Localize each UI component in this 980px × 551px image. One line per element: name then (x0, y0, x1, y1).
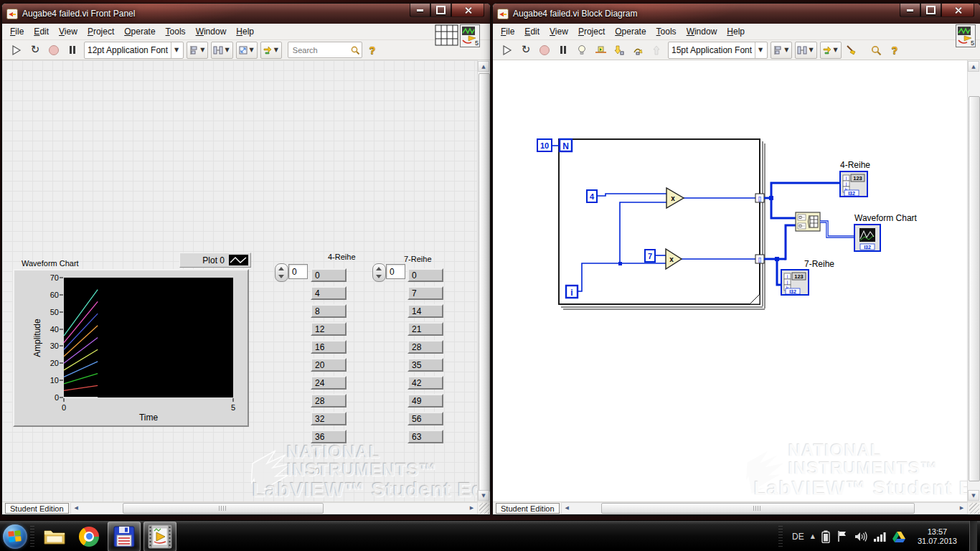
distribute-objects-dropdown[interactable]: ▼ (795, 42, 816, 59)
scroll-left-icon[interactable]: ◀ (562, 503, 573, 512)
font-selector[interactable]: 12pt Application Font ▼ (84, 42, 184, 59)
taskbar-floppy-app-button[interactable] (108, 522, 141, 551)
menu-edit[interactable]: Edit (519, 25, 545, 38)
align-objects-dropdown[interactable]: ▼ (771, 42, 792, 59)
resize-grip[interactable] (969, 503, 979, 514)
taskbar-clock[interactable]: 13:57 31.07.2013 (912, 527, 963, 546)
loop-n-terminal[interactable]: N (560, 139, 572, 151)
horizontal-scrollbar-thumb[interactable] (601, 503, 915, 514)
scroll-up-icon[interactable]: ▲ (478, 61, 489, 72)
menu-tools[interactable]: Tools (161, 25, 191, 38)
abort-button[interactable] (536, 42, 553, 58)
for-loop-structure[interactable] (559, 139, 765, 309)
menu-project[interactable]: Project (83, 25, 119, 38)
menu-window[interactable]: Window (682, 25, 722, 38)
menu-file[interactable]: File (496, 25, 519, 38)
taskbar-chrome-button[interactable] (73, 522, 105, 551)
scroll-up-icon[interactable]: ▲ (968, 61, 979, 72)
minimize-button[interactable] (900, 4, 920, 17)
language-indicator[interactable]: DE (792, 532, 804, 542)
pause-button[interactable] (64, 42, 81, 58)
vertical-scrollbar[interactable]: ▲ ▼ (477, 60, 490, 501)
menu-edit[interactable]: Edit (29, 25, 54, 38)
front-panel-titlebar[interactable]: Augabe4 failed.vi Front Panel (2, 4, 490, 24)
reorder-dropdown[interactable]: ▼ (260, 42, 282, 59)
vertical-scrollbar-thumb[interactable] (479, 73, 490, 492)
indicator-4reihe[interactable]: i j k 123 I32 (840, 171, 867, 197)
menu-operate[interactable]: Operate (119, 25, 160, 38)
maximize-button[interactable] (920, 4, 941, 17)
waveform-chart[interactable]: 0 10 20 30 40 50 60 70 0 5 Amplitude Ti (13, 269, 249, 427)
scroll-left-icon[interactable]: ◀ (71, 503, 82, 512)
vertical-scrollbar[interactable]: ▲ ▼ (967, 60, 980, 501)
horizontal-scrollbar-thumb[interactable] (123, 503, 324, 514)
scroll-down-icon[interactable]: ▼ (478, 490, 489, 501)
build-array-node[interactable] (796, 212, 820, 231)
maximize-button[interactable] (430, 4, 451, 17)
run-button[interactable] (499, 42, 516, 58)
block-diagram-titlebar[interactable]: Augabe4 failed.vi Block Diagram (493, 4, 980, 24)
run-continuously-button[interactable]: ↻ (27, 42, 44, 58)
loop-count-constant[interactable]: 10 (537, 139, 552, 151)
close-button[interactable] (451, 4, 484, 17)
loop-resize-corner[interactable] (750, 294, 760, 304)
battery-icon[interactable] (821, 530, 830, 543)
array-7reihe-index-field[interactable]: 0 (386, 264, 405, 279)
action-center-flag-icon[interactable] (837, 530, 848, 542)
reorder-dropdown[interactable]: ▼ (820, 42, 842, 59)
search-input[interactable] (291, 45, 350, 55)
menu-tools[interactable]: Tools (651, 25, 682, 38)
multiply-node-top[interactable]: x (666, 188, 684, 208)
menu-view[interactable]: View (545, 25, 573, 38)
multiply-node-bottom[interactable]: x (666, 249, 682, 269)
array-7reihe-index-spinner[interactable] (372, 263, 386, 282)
constant-4[interactable]: 4 (587, 190, 597, 202)
indicator-7reihe[interactable]: i j k 123 I32 (781, 270, 809, 295)
indicator-waveform-chart[interactable]: I32 (854, 225, 880, 251)
vertical-scrollbar-thumb[interactable] (969, 96, 980, 481)
scroll-right-icon[interactable]: ▶ (466, 503, 477, 512)
taskbar-explorer-button[interactable] (39, 522, 70, 551)
retain-wire-values-button[interactable] (592, 42, 609, 58)
menu-help[interactable]: Help (231, 25, 259, 38)
horizontal-scrollbar[interactable]: ◀ ▶ (561, 502, 968, 514)
volume-icon[interactable] (854, 531, 867, 542)
google-drive-icon[interactable] (892, 531, 905, 542)
distribute-objects-dropdown[interactable]: ▼ (211, 42, 232, 59)
start-button[interactable] (3, 524, 27, 549)
loop-tunnel-top[interactable]: [] (755, 194, 764, 202)
vi-icon[interactable]: 5 (956, 24, 976, 47)
network-signal-icon[interactable] (874, 532, 886, 542)
resize-grip[interactable] (479, 503, 489, 514)
loop-iteration-terminal[interactable]: i (566, 286, 578, 298)
search-button[interactable] (867, 42, 885, 58)
help-button[interactable]: ? (364, 42, 381, 58)
array-4reihe-index-spinner[interactable] (275, 263, 288, 282)
menu-view[interactable]: View (54, 25, 83, 38)
taskbar-labview-button[interactable] (143, 522, 176, 551)
highlight-execution-button[interactable] (573, 42, 590, 58)
block-diagram-canvas[interactable]: 10 N 4 7 i (493, 60, 959, 501)
menu-help[interactable]: Help (722, 25, 750, 38)
minimize-button[interactable] (410, 4, 430, 17)
abort-button[interactable] (45, 42, 62, 58)
close-button[interactable] (941, 4, 974, 17)
show-hidden-icons-chevron[interactable]: ▲ (811, 533, 815, 540)
clean-up-diagram-button[interactable] (843, 42, 860, 58)
font-selector[interactable]: 15pt Application Font ▼ (668, 42, 768, 59)
loop-tunnel-bottom[interactable]: [] (755, 255, 764, 263)
run-button[interactable] (8, 42, 25, 58)
menu-operate[interactable]: Operate (610, 25, 651, 38)
menu-file[interactable]: File (5, 25, 29, 38)
plot-legend[interactable]: Plot 0 (179, 253, 251, 268)
step-out-button[interactable] (648, 42, 665, 58)
menu-window[interactable]: Window (191, 25, 232, 38)
align-objects-dropdown[interactable]: ▼ (187, 42, 208, 59)
vi-icon[interactable]: 5 (460, 24, 480, 47)
alignment-grid-icon[interactable] (435, 24, 458, 46)
run-continuously-button[interactable]: ↻ (517, 42, 534, 58)
help-button[interactable]: ? (886, 42, 903, 58)
show-desktop-button[interactable] (969, 521, 977, 551)
scroll-down-icon[interactable]: ▼ (968, 490, 979, 501)
resize-objects-dropdown[interactable]: ▼ (236, 42, 258, 59)
